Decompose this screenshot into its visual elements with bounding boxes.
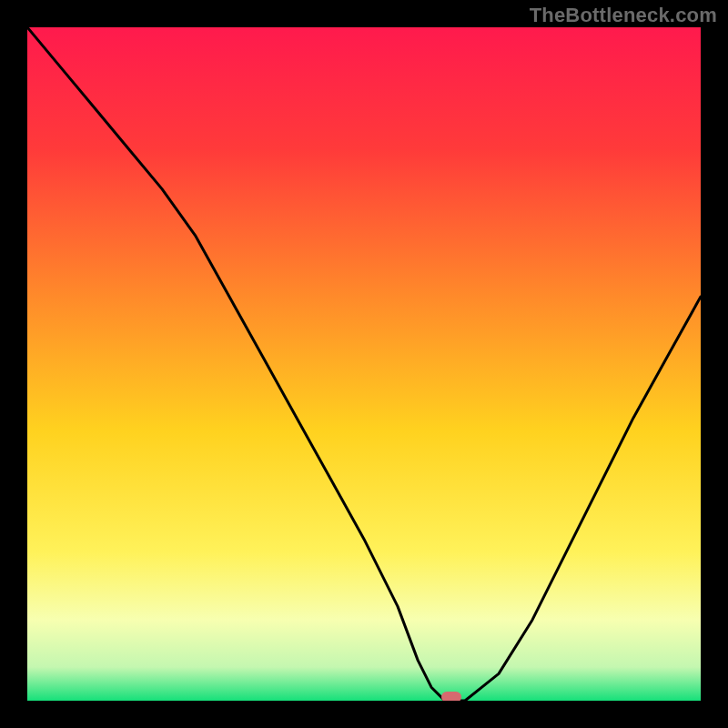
plot-area [27, 27, 701, 701]
chart-frame: TheBottleneck.com [0, 0, 728, 728]
optimal-marker [441, 692, 461, 701]
bottleneck-curve [27, 27, 701, 701]
watermark-label: TheBottleneck.com [530, 4, 717, 27]
